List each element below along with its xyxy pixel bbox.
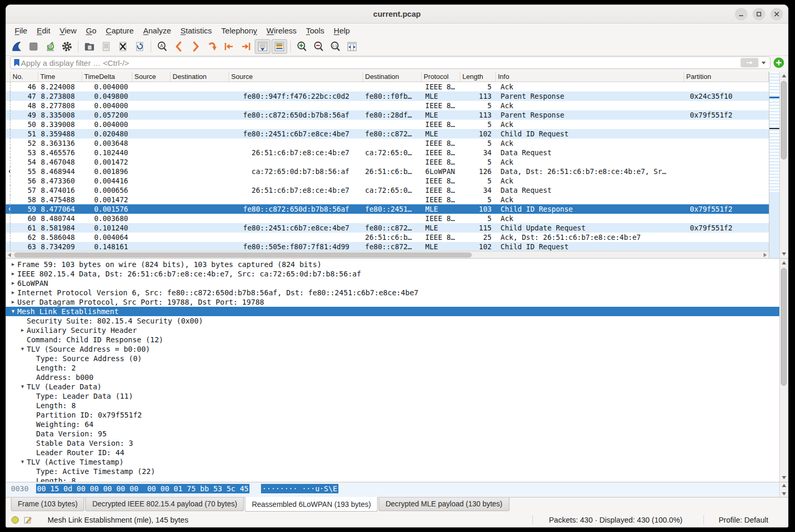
packet-row[interactable]: 48 8.277808 0.004000 IEEE 8… 5 Ack [6, 101, 769, 110]
menu-item[interactable]: Help [329, 25, 355, 37]
menu-item[interactable]: Go [81, 25, 101, 37]
detail-row[interactable]: ▸ Internet Protocol Version 6, Src: fe80… [6, 288, 779, 297]
detail-row[interactable]: ▸ Frame 59: 103 bytes on wire (824 bits)… [6, 260, 779, 269]
find-packet-button[interactable]: A [154, 39, 170, 54]
expander-icon[interactable]: ▸ [9, 288, 17, 297]
expander-icon[interactable] [28, 401, 36, 410]
detail-row[interactable]: ▸ User Datagram Protocol, Src Port: 1978… [6, 297, 779, 307]
column-header[interactable]: Time [38, 72, 82, 82]
details-vscrollbar[interactable] [779, 259, 788, 482]
detail-row[interactable]: Type: Leader Data (11) [6, 391, 779, 401]
column-header[interactable]: Info [496, 72, 684, 82]
zoom-normal-button[interactable]: 1:1 [327, 39, 343, 54]
expander-icon[interactable]: ▾ [9, 307, 17, 316]
packet-list-hscrollbar[interactable] [6, 251, 769, 258]
column-header[interactable]: TimeDelta [82, 72, 132, 82]
menu-item[interactable]: File [10, 25, 32, 37]
hex-vscrollbar[interactable] [779, 482, 788, 497]
detail-row[interactable]: ▾ TLV (Source Address = b0:00) [6, 344, 779, 354]
detail-row[interactable]: Security Suite: 802.15.4 Security (0x00) [6, 316, 779, 326]
detail-row[interactable]: Data Version: 95 [6, 429, 779, 438]
expander-icon[interactable] [18, 316, 27, 326]
packet-row[interactable]: 46 8.224008 0.004000 IEEE 8… 5 Ack [6, 82, 769, 91]
expander-icon[interactable] [28, 363, 36, 373]
apply-filter-button[interactable] [741, 58, 758, 67]
go-last-packet-button[interactable] [238, 39, 254, 54]
detail-row[interactable]: Leader Router ID: 44 [6, 448, 779, 457]
expander-icon[interactable]: ▸ [18, 326, 27, 335]
packet-row[interactable]: 62 8.586048 0.004064 26:51:c6:b… IEEE 8…… [6, 233, 769, 242]
packet-row[interactable]: 52 8.363136 0.003648 IEEE 8… 5 Ack [6, 138, 769, 148]
scroll-up-arrow-icon[interactable] [782, 74, 786, 77]
scroll-down-arrow-icon[interactable] [782, 476, 786, 479]
hex-ascii[interactable]: ········ ···u·S\E [261, 484, 338, 493]
detail-row[interactable]: ▸ Auxiliary Security Header [6, 326, 779, 335]
detail-row[interactable]: Length: 8 [6, 401, 779, 410]
open-file-button[interactable] [82, 39, 97, 54]
scroll-up-arrow-icon[interactable] [782, 261, 786, 264]
detail-row[interactable]: Type: Source Address (0) [6, 354, 779, 363]
close-file-button[interactable] [115, 39, 131, 54]
expander-icon[interactable] [28, 391, 36, 401]
expander-icon[interactable]: ▾ [18, 344, 27, 354]
detail-row[interactable]: Address: b000 [6, 373, 779, 382]
display-filter-input[interactable] [21, 59, 741, 67]
auto-scroll-button[interactable] [255, 39, 270, 54]
maximize-button[interactable] [753, 8, 765, 20]
hex-bytes[interactable]: 00 15 0d 00 00 00 00 00 00 00 01 75 bb 5… [36, 484, 250, 493]
packet-row[interactable]: 53 8.465576 0.102440 26:51:c6:b7:e8:ce:4… [6, 148, 769, 157]
detail-row[interactable]: ▾ TLV (Leader Data) [6, 382, 779, 391]
byte-source-tab[interactable]: Decrypted IEEE 802.15.4 payload (70 byte… [85, 498, 244, 511]
detail-row[interactable]: ▸ IEEE 802.15.4 Data, Dst: 26:51:c6:b7:e… [6, 269, 779, 279]
column-header[interactable]: Protocol [422, 72, 460, 82]
packet-list-vscrollbar[interactable] [779, 72, 788, 258]
column-header[interactable]: Destination [363, 72, 422, 82]
hex-row[interactable]: 003000 15 0d 00 00 00 00 00 00 00 01 75 … [6, 482, 779, 497]
column-header[interactable]: Source [229, 72, 363, 82]
scroll-down-arrow-icon[interactable] [782, 492, 786, 495]
expander-icon[interactable] [28, 476, 36, 482]
stop-capture-button[interactable] [26, 39, 41, 54]
expander-icon[interactable]: ▸ [9, 279, 17, 288]
byte-source-tab[interactable]: Decrypted MLE payload (130 bytes) [379, 498, 509, 511]
detail-row[interactable]: Command: Child ID Response (12) [6, 335, 779, 344]
menu-item[interactable]: Analyze [139, 25, 176, 37]
packet-row[interactable]: 57 8.474016 0.000656 26:51:c6:b7:e8:ce:4… [6, 186, 769, 195]
byte-source-tab[interactable]: Reassembled 6LoWPAN (193 bytes) [245, 497, 378, 512]
byte-source-tab[interactable]: Frame (103 bytes) [11, 498, 84, 511]
packet-row[interactable]: 49 8.335008 0.057200 fe80::c872:650d:b7b… [6, 110, 769, 120]
expander-icon[interactable] [28, 354, 36, 363]
menu-item[interactable]: Wireless [262, 25, 302, 37]
expert-info-icon[interactable] [11, 516, 19, 524]
packet-row[interactable]: 54 8.467048 0.001472 IEEE 8… 5 Ack [6, 157, 769, 167]
menu-item[interactable]: Capture [101, 25, 138, 37]
go-first-packet-button[interactable] [221, 39, 237, 54]
packet-row[interactable]: 55 8.468944 0.001896 ca:72:65:0d:b7:b8:5… [6, 167, 769, 176]
column-header[interactable]: Destination [171, 72, 229, 82]
expander-icon[interactable] [18, 335, 27, 344]
packet-row[interactable]: 56 8.473360 0.004416 IEEE 8… 5 Ack [6, 176, 769, 186]
display-filter-field[interactable] [10, 56, 770, 69]
detail-row[interactable]: ▾ Mesh Link Establishment [6, 307, 779, 316]
close-button[interactable] [770, 8, 783, 20]
menu-item[interactable]: Edit [32, 25, 55, 37]
packet-row[interactable]: 61 8.581984 0.101240 fe80::2451:c6b7:e8c… [6, 223, 769, 233]
vscroll-thumb[interactable] [781, 268, 787, 386]
expander-icon[interactable] [28, 429, 36, 438]
restart-capture-button[interactable] [42, 39, 58, 54]
packet-row[interactable]: 59 8.477064 0.001576 fe80::c872:650d:b7b… [6, 204, 769, 214]
expander-icon[interactable]: ▸ [9, 269, 17, 279]
expander-icon[interactable] [28, 373, 36, 382]
packet-minimap[interactable] [769, 72, 779, 258]
packet-row[interactable]: 58 8.475488 0.001472 IEEE 8… 5 Ack [6, 195, 769, 204]
column-header[interactable]: Source [132, 72, 171, 82]
filter-dropdown-caret[interactable] [762, 62, 766, 64]
packet-row[interactable]: 47 8.273808 0.049800 fe80::947f:f476:22b… [6, 91, 769, 101]
go-back-button[interactable] [171, 39, 187, 54]
menu-item[interactable]: Tools [301, 25, 329, 37]
detail-row[interactable]: Weighting: 64 [6, 420, 779, 429]
zoom-in-button[interactable] [294, 39, 310, 54]
scroll-left-arrow-icon[interactable] [8, 253, 11, 257]
expander-icon[interactable] [28, 467, 36, 476]
packet-row[interactable]: 51 8.359488 0.020480 fe80::2451:c6b7:e8c… [6, 129, 769, 138]
